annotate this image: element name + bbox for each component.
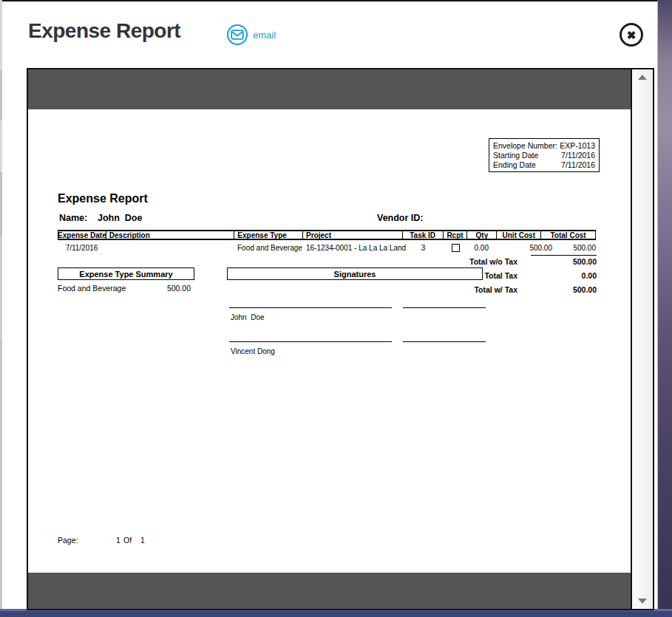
envelope-number-value: EXP-1013 <box>560 141 595 150</box>
summary-type-label: Food and Beverage <box>58 284 126 293</box>
starting-date-row: Starting Date 7/11/2016 <box>493 151 595 160</box>
scroll-up-arrow-icon[interactable] <box>638 75 647 80</box>
total-without-tax-row: Total w/o Tax 500.00 <box>429 257 597 266</box>
envelope-number-row: Envelope Number: EXP-1013 <box>493 141 595 150</box>
signature-name: John Doe <box>231 313 265 321</box>
row-task-id: 3 <box>403 243 444 252</box>
total-column-rule <box>531 255 597 256</box>
ending-date-value: 7/11/2016 <box>561 160 595 169</box>
row-qty: 0.00 <box>468 243 498 252</box>
name-value: John Doe <box>98 213 142 223</box>
column-header-qty: Qty <box>467 231 497 239</box>
expense-type-summary-row: Food and Beverage 500.00 <box>58 284 191 293</box>
report-title: Expense Report <box>58 192 148 205</box>
total-without-tax-label: Total w/o Tax <box>429 257 517 266</box>
screen: Expense Report email ✖ Envelope Number: <box>0 0 672 617</box>
viewer-scrollbar[interactable] <box>631 69 653 609</box>
envelope-info-box: Envelope Number: EXP-1013 Starting Date … <box>489 138 600 172</box>
row-unit-cost: 500.00 <box>498 243 542 252</box>
expense-table-header: Expense Date Description Expense Type Pr… <box>58 230 596 240</box>
page-number: 1 <box>116 536 121 545</box>
background-right-strip <box>658 0 672 609</box>
row-expense-type: Food and Beverage <box>234 243 303 252</box>
total-with-tax-value: 500.00 <box>517 285 597 294</box>
expense-table-row: 7/11/2016 Food and Beverage 16-1234-0001… <box>58 243 596 252</box>
column-header-expense-date: Expense Date <box>58 231 106 239</box>
column-header-rcpt: Rcpt <box>444 231 468 239</box>
column-header-task-id: Task ID <box>403 231 444 239</box>
ending-date-row: Ending Date 7/11/2016 <box>493 160 595 169</box>
row-expense-date: 7/11/2016 <box>58 243 106 252</box>
signature-line <box>229 307 392 308</box>
page-count: 1 <box>140 536 145 545</box>
column-header-unit-cost: Unit Cost <box>497 231 541 239</box>
email-icon <box>227 24 248 45</box>
name-label: Name: <box>59 213 87 223</box>
email-button[interactable]: email <box>227 24 276 45</box>
signatures-header: Signatures <box>227 267 483 280</box>
signature-line <box>229 341 392 342</box>
modal-title: Expense Report <box>28 19 180 43</box>
ending-date-label: Ending Date <box>493 160 536 169</box>
signature-name: Vincent Dong <box>231 347 275 355</box>
report-viewer-content: Envelope Number: EXP-1013 Starting Date … <box>28 69 631 609</box>
page-label: Page: <box>58 536 78 545</box>
email-button-label: email <box>253 30 276 41</box>
row-project: 16-1234-0001 - La La La Land <box>303 243 403 252</box>
signature-line <box>403 307 486 308</box>
total-without-tax-value: 500.00 <box>517 257 597 266</box>
summary-type-value: 500.00 <box>167 284 191 293</box>
close-button[interactable]: ✖ <box>620 23 643 47</box>
receipt-checkbox[interactable] <box>452 244 460 252</box>
total-tax-value: 0.00 <box>517 271 597 280</box>
column-header-expense-type: Expense Type <box>234 231 303 239</box>
signature-line <box>403 341 486 342</box>
vendor-id-label: Vendor ID: <box>377 213 424 223</box>
close-icon: ✖ <box>627 30 637 41</box>
column-header-description: Description <box>106 231 235 239</box>
scroll-down-arrow-icon[interactable] <box>638 599 647 604</box>
column-header-project: Project <box>303 231 403 239</box>
envelope-number-label: Envelope Number: <box>493 141 557 150</box>
report-viewer: Envelope Number: EXP-1013 Starting Date … <box>27 68 654 610</box>
row-description <box>106 243 234 252</box>
total-with-tax-row: Total w/ Tax 500.00 <box>429 285 597 294</box>
expense-report-modal: Expense Report email ✖ Envelope Number: <box>2 0 658 609</box>
expense-type-summary-header: Expense Type Summary <box>58 267 194 280</box>
page-of-label: Of <box>123 536 132 545</box>
column-header-total-cost: Total Cost <box>541 231 595 239</box>
total-with-tax-label: Total w/ Tax <box>429 285 517 294</box>
starting-date-value: 7/11/2016 <box>561 151 595 160</box>
starting-date-label: Starting Date <box>493 151 538 160</box>
row-rcpt <box>444 243 468 252</box>
report-page: Envelope Number: EXP-1013 Starting Date … <box>28 109 631 573</box>
